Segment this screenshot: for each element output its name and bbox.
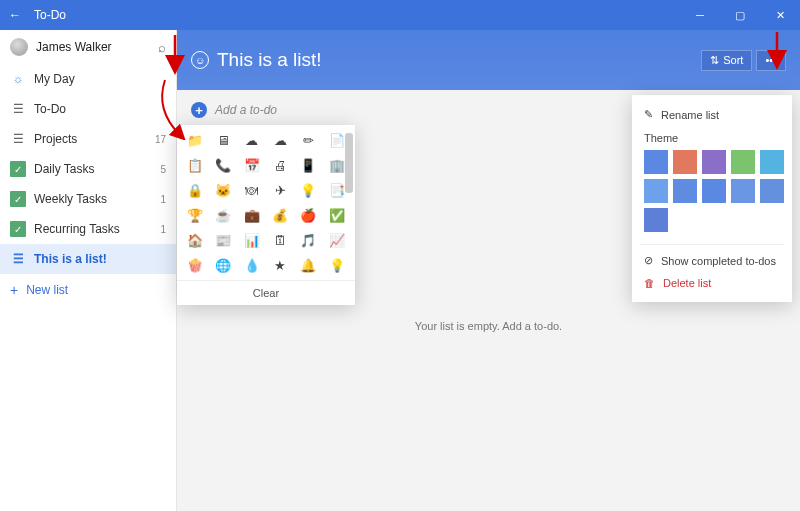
sidebar-item-label: Daily Tasks: [34, 162, 94, 176]
count-badge: 17: [155, 134, 166, 145]
emoji-option[interactable]: 💡: [296, 183, 320, 198]
emoji-option[interactable]: 🍎: [296, 208, 320, 223]
count-badge: 5: [160, 164, 166, 175]
sidebar-item-label: This is a list!: [34, 252, 107, 266]
emoji-option[interactable]: 🐱: [211, 183, 235, 198]
check-circle-icon: ⊘: [644, 254, 653, 267]
sidebar-item-myday[interactable]: ☼ My Day: [0, 64, 176, 94]
sidebar: James Walker ⌕ ☼ My Day ☰ To-Do ☰ Projec…: [0, 30, 177, 511]
avatar: [10, 38, 28, 56]
emoji-option[interactable]: 💰: [268, 208, 292, 223]
emoji-option[interactable]: 📅: [240, 158, 264, 173]
sidebar-item-label: To-Do: [34, 102, 66, 116]
plus-icon: +: [10, 282, 18, 298]
minimize-button[interactable]: ─: [680, 0, 720, 30]
plus-circle-icon: +: [191, 102, 207, 118]
emoji-option[interactable]: 🏠: [183, 233, 207, 248]
back-button[interactable]: ←: [0, 8, 30, 22]
pencil-icon: ✎: [644, 108, 653, 121]
emoji-option[interactable]: 🖥: [211, 133, 235, 148]
user-header[interactable]: James Walker ⌕: [0, 30, 176, 64]
divider: [640, 244, 784, 245]
emoji-option[interactable]: 📈: [325, 233, 349, 248]
emoji-option[interactable]: 📰: [211, 233, 235, 248]
more-button[interactable]: •••: [756, 50, 786, 71]
new-list-label: New list: [26, 283, 68, 297]
emoji-option[interactable]: ☁: [268, 133, 292, 148]
emoji-option[interactable]: 📁: [183, 133, 207, 148]
emoji-option[interactable]: 📊: [240, 233, 264, 248]
sidebar-item-label: Recurring Tasks: [34, 222, 120, 236]
emoji-option[interactable]: 🌐: [211, 258, 235, 273]
theme-swatch[interactable]: [673, 179, 697, 203]
sidebar-item-recurring[interactable]: ✓ Recurring Tasks 1: [0, 214, 176, 244]
sidebar-item-thisisalist[interactable]: ☰ This is a list!: [0, 244, 176, 274]
theme-swatches: [640, 148, 784, 240]
sidebar-item-projects[interactable]: ☰ Projects 17: [0, 124, 176, 154]
rename-label: Rename list: [661, 109, 719, 121]
emoji-option[interactable]: ✈: [268, 183, 292, 198]
delete-list-item[interactable]: 🗑 Delete list: [640, 272, 784, 294]
search-icon[interactable]: ⌕: [158, 40, 166, 55]
emoji-option[interactable]: 📱: [296, 158, 320, 173]
emoji-option[interactable]: 📋: [183, 158, 207, 173]
list-icon: ☰: [10, 131, 26, 147]
add-todo-placeholder: Add a to-do: [215, 103, 277, 117]
theme-swatch[interactable]: [644, 208, 668, 232]
count-badge: 1: [160, 224, 166, 235]
sort-button[interactable]: ⇅ Sort: [701, 50, 752, 71]
emoji-option[interactable]: ☕: [211, 208, 235, 223]
theme-swatch[interactable]: [731, 150, 755, 174]
emoji-option[interactable]: 💡: [325, 258, 349, 273]
emoji-option[interactable]: 🔔: [296, 258, 320, 273]
emoji-option[interactable]: ★: [268, 258, 292, 273]
sidebar-item-weekly[interactable]: ✓ Weekly Tasks 1: [0, 184, 176, 214]
emoji-option[interactable]: 🍿: [183, 258, 207, 273]
sidebar-item-daily[interactable]: ✓ Daily Tasks 5: [0, 154, 176, 184]
emoji-option[interactable]: 🏆: [183, 208, 207, 223]
show-completed-item[interactable]: ⊘ Show completed to-dos: [640, 249, 784, 272]
list-icon: ☰: [10, 251, 26, 267]
theme-label: Theme: [640, 126, 784, 148]
emoji-option[interactable]: ✅: [325, 208, 349, 223]
scrollbar[interactable]: [345, 133, 353, 193]
list-emoji-icon[interactable]: ☺: [191, 51, 209, 69]
sidebar-item-todo[interactable]: ☰ To-Do: [0, 94, 176, 124]
theme-swatch[interactable]: [702, 150, 726, 174]
emoji-option[interactable]: 💼: [240, 208, 264, 223]
theme-swatch[interactable]: [760, 179, 784, 203]
app-title: To-Do: [30, 8, 680, 22]
emoji-option[interactable]: 🍽: [240, 183, 264, 198]
emoji-option[interactable]: 💧: [240, 258, 264, 273]
list-title[interactable]: This is a list!: [217, 49, 322, 71]
list-options-menu: ✎ Rename list Theme ⊘ Show completed to-…: [632, 95, 792, 302]
new-list-button[interactable]: + New list: [0, 274, 176, 306]
theme-swatch[interactable]: [702, 179, 726, 203]
emoji-option[interactable]: 🗓: [268, 233, 292, 248]
emoji-option[interactable]: ✏: [296, 133, 320, 148]
emoji-option[interactable]: 🖨: [268, 158, 292, 173]
sort-icon: ⇅: [710, 54, 719, 67]
maximize-button[interactable]: ▢: [720, 0, 760, 30]
sidebar-item-label: My Day: [34, 72, 75, 86]
theme-swatch[interactable]: [673, 150, 697, 174]
empty-state-text: Your list is empty. Add a to-do.: [177, 320, 800, 332]
theme-swatch[interactable]: [644, 179, 668, 203]
theme-swatch[interactable]: [731, 179, 755, 203]
emoji-clear-button[interactable]: Clear: [177, 280, 355, 305]
check-icon: ✓: [10, 161, 26, 177]
theme-swatch[interactable]: [760, 150, 784, 174]
list-icon: ☰: [10, 101, 26, 117]
emoji-picker: 📁🖥☁☁✏📄📋📞📅🖨📱🏢🔒🐱🍽✈💡📑🏆☕💼💰🍎✅🏠📰📊🗓🎵📈🍿🌐💧★🔔💡 Cle…: [177, 125, 355, 305]
ellipsis-icon: •••: [765, 54, 777, 66]
emoji-option[interactable]: 🔒: [183, 183, 207, 198]
close-button[interactable]: ✕: [760, 0, 800, 30]
emoji-option[interactable]: 📞: [211, 158, 235, 173]
check-icon: ✓: [10, 221, 26, 237]
user-name: James Walker: [36, 40, 150, 54]
rename-list-item[interactable]: ✎ Rename list: [640, 103, 784, 126]
sidebar-item-label: Weekly Tasks: [34, 192, 107, 206]
theme-swatch[interactable]: [644, 150, 668, 174]
emoji-option[interactable]: 🎵: [296, 233, 320, 248]
emoji-option[interactable]: ☁: [240, 133, 264, 148]
